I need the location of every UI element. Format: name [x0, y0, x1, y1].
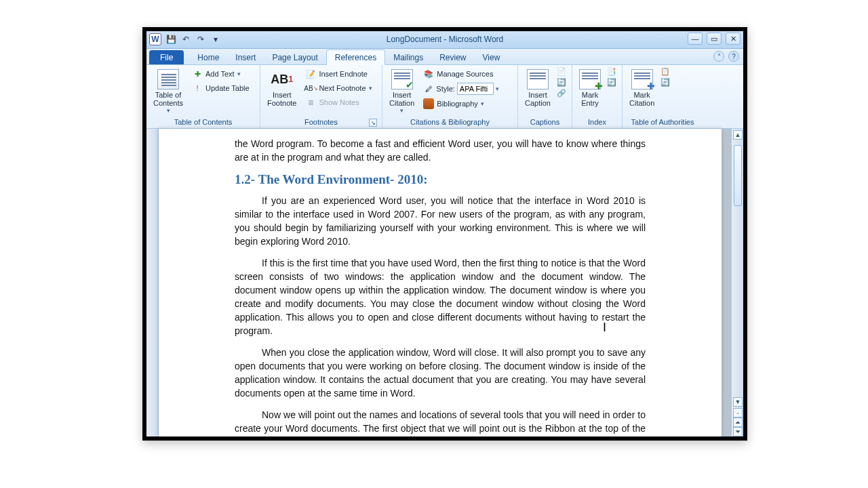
document-page[interactable]: the Word program. To become a fast and e…: [159, 129, 722, 436]
tab-view[interactable]: View: [475, 50, 509, 64]
help-icon[interactable]: ?: [728, 51, 739, 62]
group-footnotes: AB1 Insert Footnote 📝 Insert Endnote AB↘…: [260, 65, 382, 128]
tab-page-layout[interactable]: Page Layout: [264, 50, 326, 64]
insert-index-icon[interactable]: 📑: [607, 67, 616, 76]
paragraph-fragment-top: the Word program. To become a fast and e…: [235, 137, 646, 164]
word-window: W 💾 ↶ ↷ ▾ LongDocument - Microsoft Word …: [142, 27, 747, 441]
group-captions: Insert Caption 📄 🔄 🔗 Captions: [518, 65, 572, 128]
insert-toa-icon[interactable]: 📋: [660, 67, 670, 76]
document-workspace: the Word program. To become a fast and e…: [146, 129, 743, 436]
group-index: ✚ Mark Entry 📑 🔄 Index: [572, 65, 623, 128]
insert-caption-button[interactable]: Insert Caption: [521, 67, 554, 109]
heading-1-2: 1.2- The Word Environment- 2010:: [235, 172, 646, 187]
cross-reference-icon[interactable]: 🔗: [557, 89, 566, 98]
update-index-icon[interactable]: 🔄: [607, 78, 616, 87]
mark-entry-button[interactable]: ✚ Mark Entry: [576, 67, 604, 109]
vertical-scrollbar[interactable]: ▲ ▼ ◦ ⏶ ⏷: [731, 129, 743, 436]
group-table-of-contents: Table of Contents ✚ Add Text ! Update Ta…: [146, 65, 260, 128]
tab-insert[interactable]: Insert: [227, 50, 264, 64]
insert-table-figures-icon[interactable]: 📄: [557, 67, 566, 76]
qat-customize-icon[interactable]: ▾: [210, 34, 221, 45]
manage-sources-icon: 📚: [423, 68, 434, 79]
paragraph-2: If this is the first time that you have …: [235, 256, 646, 338]
add-text-button[interactable]: ✚ Add Text: [189, 67, 252, 81]
show-notes-button: ≣ Show Notes: [302, 96, 374, 109]
save-icon[interactable]: 💾: [165, 34, 176, 45]
maximize-button[interactable]: ▭: [707, 33, 722, 45]
bibliography-button[interactable]: Bibliography: [420, 97, 502, 110]
quick-access-toolbar: W 💾 ↶ ↷ ▾: [149, 33, 221, 45]
update-icon: !: [192, 83, 203, 94]
insert-footnote-button[interactable]: AB1 Insert Footnote: [264, 67, 300, 109]
add-text-icon: ✚: [192, 68, 203, 79]
scroll-up-icon[interactable]: ▲: [733, 130, 743, 140]
tab-file[interactable]: File: [149, 50, 184, 64]
citation-style-picker[interactable]: 🖉 Style: ▾: [420, 81, 502, 96]
toc-icon: [157, 69, 179, 89]
citation-icon: ✔: [391, 69, 413, 89]
next-footnote-icon: AB↘: [305, 83, 316, 94]
word-app-icon[interactable]: W: [149, 33, 161, 45]
table-of-contents-button[interactable]: Table of Contents: [150, 67, 186, 116]
insert-citation-button[interactable]: ✔ Insert Citation: [386, 67, 418, 116]
next-footnote-button[interactable]: AB↘ Next Footnote: [302, 81, 374, 95]
close-button[interactable]: ✕: [726, 33, 741, 45]
tab-review[interactable]: Review: [431, 50, 474, 64]
tab-references[interactable]: References: [326, 49, 385, 65]
vertical-ruler: [146, 129, 159, 436]
update-toa-icon[interactable]: 🔄: [660, 78, 670, 87]
paragraph-4: Now we will point out the names and loca…: [235, 408, 646, 436]
window-title: LongDocument - Microsoft Word: [387, 35, 504, 44]
manage-sources-button[interactable]: 📚 Manage Sources: [420, 67, 502, 81]
style-input[interactable]: [457, 83, 494, 95]
next-page-icon[interactable]: ⏷: [733, 427, 743, 436]
title-bar: W 💾 ↶ ↷ ▾ LongDocument - Microsoft Word …: [146, 31, 743, 49]
group-citations: ✔ Insert Citation 📚 Manage Sources 🖉 Sty…: [382, 65, 518, 128]
style-icon: 🖉: [423, 83, 434, 94]
endnote-icon: 📝: [305, 68, 316, 79]
footnote-icon: AB1: [271, 69, 293, 89]
style-dropdown-icon[interactable]: ▾: [496, 85, 499, 92]
ribbon: Table of Contents ✚ Add Text ! Update Ta…: [146, 65, 743, 129]
minimize-ribbon-icon[interactable]: ˄: [713, 51, 724, 62]
ribbon-tabs: File Home Insert Page Layout References …: [146, 49, 743, 65]
browse-object-icon[interactable]: ◦: [733, 408, 743, 418]
tab-home[interactable]: Home: [189, 50, 227, 64]
footnotes-dialog-launcher[interactable]: ↘: [369, 119, 377, 127]
show-notes-icon: ≣: [305, 97, 316, 108]
paragraph-3: When you close the application window, W…: [235, 346, 646, 400]
update-table-button[interactable]: ! Update Table: [189, 81, 252, 95]
redo-icon[interactable]: ↷: [195, 34, 206, 45]
undo-icon[interactable]: ↶: [180, 34, 191, 45]
toc-label: Table of Contents: [153, 91, 183, 107]
mark-entry-icon: ✚: [579, 69, 601, 89]
prev-page-icon[interactable]: ⏶: [733, 418, 743, 427]
insert-endnote-button[interactable]: 📝 Insert Endnote: [302, 67, 374, 81]
mark-citation-icon: ✚: [631, 69, 653, 89]
bibliography-icon: [423, 98, 434, 109]
mark-citation-button[interactable]: ✚ Mark Citation: [626, 67, 658, 109]
tab-mailings[interactable]: Mailings: [385, 50, 431, 64]
update-captions-icon[interactable]: 🔄: [557, 78, 566, 87]
group-table-of-authorities: ✚ Mark Citation 📋 🔄 Table of Authorities: [623, 65, 703, 128]
minimize-button[interactable]: —: [688, 33, 703, 45]
paragraph-1: If you are an experienced Word user, you…: [235, 194, 646, 248]
group-label: Table of Contents: [150, 117, 256, 128]
scroll-down-icon[interactable]: ▼: [733, 397, 743, 407]
caption-icon: [527, 69, 549, 89]
scroll-thumb[interactable]: [734, 145, 742, 206]
